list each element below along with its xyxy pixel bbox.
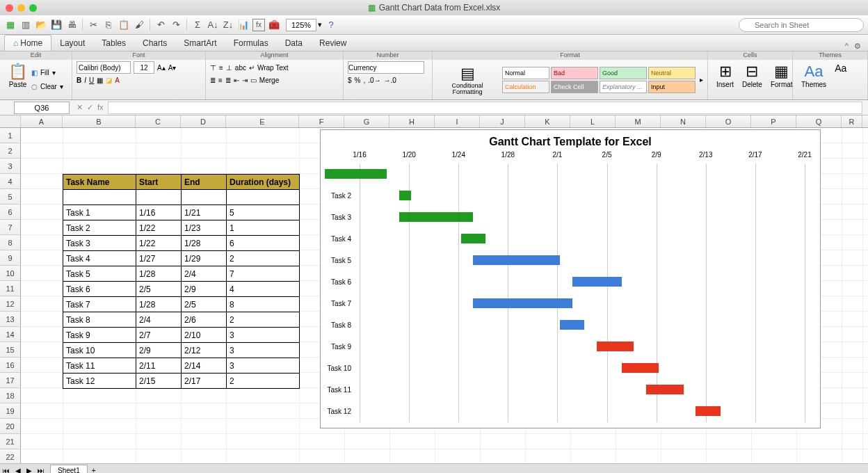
minimize-icon[interactable] (17, 4, 25, 12)
merge-icon[interactable]: ▭ (250, 77, 257, 84)
style-bad[interactable]: Bad (551, 67, 598, 79)
column-header[interactable]: G (344, 115, 389, 127)
decrease-font-icon[interactable]: A▾ (168, 64, 177, 72)
chart-icon[interactable]: 📊 (237, 19, 250, 31)
table-row[interactable]: Task 31/221/286 (63, 236, 300, 251)
gantt-chart[interactable]: Gantt Chart Template for Excel1/161/201/… (320, 129, 821, 428)
indent-decrease-icon[interactable]: ⇤ (234, 77, 239, 84)
enter-formula-icon[interactable]: ✓ (87, 103, 93, 112)
sort-asc-icon[interactable]: A↓ (207, 19, 219, 31)
column-header[interactable]: R (842, 115, 862, 127)
row-header[interactable]: 4 (0, 174, 21, 189)
gantt-bar[interactable] (473, 255, 559, 265)
row-header[interactable]: 1 (0, 128, 21, 143)
column-header[interactable]: C (136, 115, 181, 127)
column-header[interactable]: K (525, 115, 570, 127)
row-header[interactable]: 2 (0, 143, 21, 159)
sheet-nav-last-icon[interactable]: ⏭ (35, 467, 47, 473)
gantt-bar[interactable] (399, 212, 474, 222)
row-header[interactable]: 3 (0, 159, 21, 174)
style-explanatory[interactable]: Explanatory ... (600, 81, 647, 93)
row-header[interactable]: 16 (0, 358, 21, 373)
row-header[interactable]: 14 (0, 327, 21, 342)
table-header[interactable]: Task Name (63, 175, 136, 190)
gantt-bar[interactable] (597, 342, 634, 351)
fill-icon[interactable]: ◧ (31, 69, 38, 77)
row-header[interactable]: 13 (0, 312, 21, 327)
row-header[interactable]: 8 (0, 235, 21, 250)
row-header[interactable]: 10 (0, 266, 21, 281)
table-row[interactable]: Task 82/42/62 (63, 312, 300, 328)
fx-icon[interactable]: fx (252, 19, 265, 31)
sheet-nav-prev-icon[interactable]: ◀ (13, 467, 24, 473)
help-icon[interactable]: ? (325, 19, 337, 31)
align-right-icon[interactable]: ≣ (225, 77, 231, 84)
wrap-text-icon[interactable]: ↵ (249, 64, 255, 72)
style-check-cell[interactable]: Check Cell (551, 81, 598, 93)
table-row[interactable]: Task 21/221/231 (63, 221, 300, 236)
tab-smartart[interactable]: SmartArt (175, 35, 225, 51)
insert-cells-button[interactable]: ⊞Insert (712, 61, 738, 98)
align-left-icon[interactable]: ≣ (210, 77, 216, 84)
paste-button[interactable]: 📋Paste (4, 61, 31, 98)
row-header[interactable]: 15 (0, 342, 21, 358)
row-header[interactable]: 19 (0, 403, 21, 419)
formula-input[interactable] (108, 102, 862, 114)
theme-aa-button[interactable]: Aa (830, 61, 851, 98)
bold-button[interactable]: B (77, 77, 81, 84)
undo-icon[interactable]: ↶ (154, 19, 167, 31)
gantt-bar[interactable] (622, 363, 659, 373)
align-bottom-icon[interactable]: ⊥ (226, 64, 232, 72)
open-icon[interactable]: 📂 (35, 19, 47, 31)
gantt-bar[interactable] (473, 298, 572, 308)
table-row[interactable]: Task 71/282/58 (63, 297, 300, 312)
column-header[interactable]: F (299, 115, 344, 127)
table-header[interactable]: Start (136, 175, 182, 190)
gantt-bar[interactable] (399, 191, 412, 200)
fill-color-icon[interactable]: ◪ (106, 77, 112, 84)
column-header[interactable]: P (751, 115, 796, 127)
toolbox-icon[interactable]: 🧰 (268, 19, 280, 31)
cut-icon[interactable]: ✂ (87, 19, 99, 31)
tab-home[interactable]: ⌂Home (4, 35, 51, 51)
row-header[interactable]: 5 (0, 189, 21, 205)
row-header[interactable]: 18 (0, 388, 21, 403)
autosum-icon[interactable]: Σ (191, 19, 204, 31)
table-row[interactable]: Task 92/72/103 (63, 328, 300, 343)
align-middle-icon[interactable]: ≡ (219, 64, 223, 72)
table-row[interactable]: Task 62/52/94 (63, 282, 300, 297)
increase-font-icon[interactable]: A▴ (157, 64, 166, 72)
search-input[interactable] (739, 18, 864, 32)
gantt-bar[interactable] (646, 385, 683, 394)
themes-button[interactable]: AaThemes (797, 61, 830, 98)
task-data-table[interactable]: Task NameStartEndDuration (days)Task 11/… (63, 174, 300, 389)
increase-decimal-icon[interactable]: .0→ (368, 77, 380, 84)
row-header[interactable]: 12 (0, 296, 21, 312)
gantt-bar[interactable] (572, 277, 622, 287)
font-color-icon[interactable]: A (115, 77, 120, 84)
row-headers[interactable]: 12345678910111213141516171819202122 (0, 128, 21, 463)
tab-review[interactable]: Review (311, 35, 355, 51)
collapse-ribbon-icon[interactable]: ^ (845, 42, 849, 51)
styles-more-icon[interactable]: ▸ (700, 76, 703, 83)
sheet-tab-active[interactable]: Sheet1 (50, 465, 88, 473)
gantt-bar[interactable] (461, 234, 486, 243)
tab-layout[interactable]: Layout (51, 35, 93, 51)
table-row[interactable]: Task 122/152/172 (63, 374, 300, 389)
row-header[interactable]: 22 (0, 449, 21, 463)
tab-formulas[interactable]: Formulas (225, 35, 277, 51)
table-row[interactable]: Task 102/92/123 (63, 343, 300, 358)
row-header[interactable]: 7 (0, 220, 21, 235)
style-good[interactable]: Good (600, 67, 647, 79)
sort-desc-icon[interactable]: Z↓ (222, 19, 234, 31)
column-header[interactable]: J (480, 115, 525, 127)
column-header[interactable]: M (616, 115, 661, 127)
percent-icon[interactable]: % (355, 77, 361, 84)
add-sheet-icon[interactable]: + (88, 467, 100, 473)
column-header[interactable]: B (63, 115, 136, 127)
border-icon[interactable]: ▦ (97, 77, 103, 84)
column-header[interactable]: O (706, 115, 751, 127)
table-row[interactable]: Task 11/161/215 (63, 205, 300, 221)
gantt-bar[interactable] (325, 169, 387, 179)
zoom-dropdown-icon[interactable]: ▾ (318, 20, 322, 29)
